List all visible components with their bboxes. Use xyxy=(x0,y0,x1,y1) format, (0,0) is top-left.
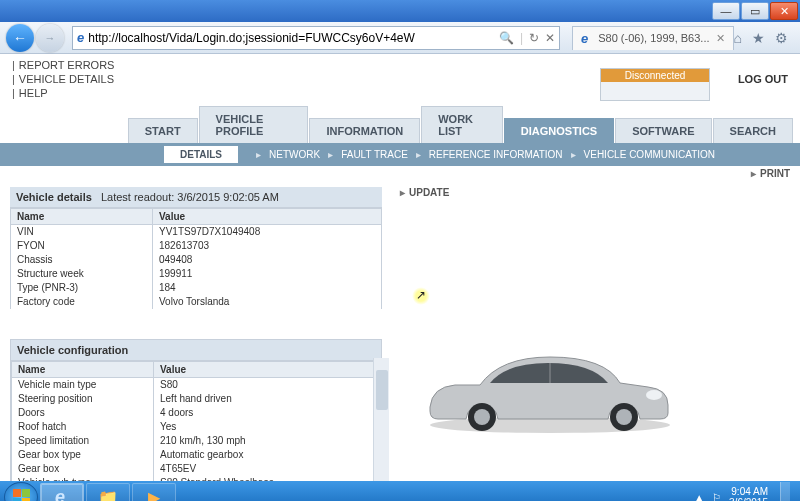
latest-readout: Latest readout: 3/6/2015 9:02:05 AM xyxy=(101,191,279,203)
tab-start[interactable]: START xyxy=(128,118,198,143)
cell-value: 182613703 xyxy=(153,239,382,253)
table-row: Chassis049408 xyxy=(11,253,382,267)
taskbar-media-icon[interactable]: ▶ xyxy=(132,483,176,501)
table-row: Gear box4T65EV xyxy=(12,462,381,476)
browser-toolbar: ← → e 🔍 | ↻ ✕ e S80 (-06), 1999, B63... … xyxy=(0,22,800,54)
subtab-details[interactable]: DETAILS xyxy=(164,146,238,163)
browser-tab[interactable]: e S80 (-06), 1999, B63... ✕ xyxy=(572,26,734,50)
table-row: Gear box typeAutomatic gearbox xyxy=(12,448,381,462)
connection-status-box: Disconnected xyxy=(600,68,710,101)
col-name: Name xyxy=(11,209,153,225)
cell-value: S80 xyxy=(154,378,381,393)
cell-name: Factory code xyxy=(11,295,153,309)
ie-icon: e xyxy=(77,30,84,45)
col-value: Value xyxy=(154,362,381,378)
table-row: Speed limitation210 km/h, 130 mph xyxy=(12,434,381,448)
window-titlebar: — ▭ ✕ xyxy=(0,0,800,22)
tab-software[interactable]: SOFTWARE xyxy=(615,118,711,143)
table-row: Roof hatchYes xyxy=(12,420,381,434)
favorites-icon[interactable]: ★ xyxy=(752,30,765,46)
page-content: |REPORT ERRORS |VEHICLE DETAILS |HELP 1,… xyxy=(0,54,800,481)
tab-information[interactable]: INFORMATION xyxy=(309,118,420,143)
subtab-vehicle-comm[interactable]: VEHICLE COMMUNICATION xyxy=(582,149,718,160)
cell-value: Automatic gearbox xyxy=(154,448,381,462)
taskbar-explorer-icon[interactable]: 📁 xyxy=(86,483,130,501)
cell-name: Type (PNR-3) xyxy=(11,281,153,295)
svg-point-3 xyxy=(474,409,490,425)
cell-value: 210 km/h, 130 mph xyxy=(154,434,381,448)
table-row: FYON182613703 xyxy=(11,239,382,253)
refresh-button[interactable]: ↻ xyxy=(529,31,539,45)
vehicle-details-header: Vehicle details Latest readout: 3/6/2015… xyxy=(10,187,382,208)
stop-button[interactable]: ✕ xyxy=(545,31,555,45)
subtab-reference[interactable]: REFERENCE INFORMATION xyxy=(427,149,565,160)
table-row: Doors4 doors xyxy=(12,406,381,420)
cell-value: Volvo Torslanda xyxy=(153,295,382,309)
cell-name: Gear box xyxy=(12,462,154,476)
home-icon[interactable]: ⌂ xyxy=(734,30,742,46)
sub-tabstrip: DETAILS ▸NETWORK ▸FAULT TRACE ▸REFERENCE… xyxy=(0,143,800,166)
report-errors-link[interactable]: |REPORT ERRORS xyxy=(12,58,114,72)
main-tabstrip: START VEHICLE PROFILE INFORMATION WORK L… xyxy=(0,106,800,143)
close-tab-icon[interactable]: ✕ xyxy=(716,32,725,45)
tab-title: S80 (-06), 1999, B63... xyxy=(598,32,709,44)
table-row: Steering positionLeft hand driven xyxy=(12,392,381,406)
disconnected-label: Disconnected xyxy=(601,69,709,82)
forward-button[interactable]: → xyxy=(36,24,64,52)
svg-point-6 xyxy=(646,390,662,400)
minimize-button[interactable]: — xyxy=(712,2,740,20)
cell-value: Left hand driven xyxy=(154,392,381,406)
svg-point-5 xyxy=(616,409,632,425)
taskbar-ie-icon[interactable]: e xyxy=(40,483,84,501)
table-row: VINYV1TS97D7X1049408 xyxy=(11,225,382,240)
cell-name: Chassis xyxy=(11,253,153,267)
tab-search[interactable]: SEARCH xyxy=(713,118,793,143)
update-link[interactable]: ▸UPDATE xyxy=(400,187,790,198)
maximize-button[interactable]: ▭ xyxy=(741,2,769,20)
cell-name: Vehicle main type xyxy=(12,378,154,393)
vehicle-config-header: Vehicle configuration xyxy=(11,340,381,361)
cell-value: 4 doors xyxy=(154,406,381,420)
table-row: Vehicle main typeS80 xyxy=(12,378,381,393)
cell-name: Speed limitation xyxy=(12,434,154,448)
tools-icon[interactable]: ⚙ xyxy=(775,30,788,46)
show-desktop-button[interactable] xyxy=(780,482,790,501)
back-button[interactable]: ← xyxy=(6,24,34,52)
table-row: Factory codeVolvo Torslanda xyxy=(11,295,382,309)
search-icon[interactable]: 🔍 xyxy=(499,31,514,45)
taskbar: e 📁 ▶ ▲ ⚐ 9:04 AM 3/6/2015 xyxy=(0,481,800,501)
table-row: Structure week199911 xyxy=(11,267,382,281)
address-bar[interactable]: e 🔍 | ↻ ✕ xyxy=(72,26,560,50)
url-input[interactable] xyxy=(88,31,499,45)
cell-value: 4T65EV xyxy=(154,462,381,476)
print-link[interactable]: PRINT xyxy=(760,168,790,179)
tab-vehicle-profile[interactable]: VEHICLE PROFILE xyxy=(199,106,309,143)
subtab-fault-trace[interactable]: FAULT TRACE xyxy=(339,149,410,160)
tray-expand-icon[interactable]: ▲ xyxy=(694,492,704,502)
cell-name: Doors xyxy=(12,406,154,420)
tab-diagnostics[interactable]: DIAGNOSTICS xyxy=(504,118,614,143)
tab-work-list[interactable]: WORK LIST xyxy=(421,106,503,143)
cell-name: Gear box type xyxy=(12,448,154,462)
start-button[interactable] xyxy=(4,482,38,501)
vehicle-image xyxy=(410,337,680,437)
vehicle-details-link[interactable]: |VEHICLE DETAILS xyxy=(12,72,114,86)
chevron-right-icon: ▸ xyxy=(751,168,756,179)
cell-value: 184 xyxy=(153,281,382,295)
taskbar-clock[interactable]: 9:04 AM 3/6/2015 xyxy=(729,486,768,501)
logout-link[interactable]: LOG OUT xyxy=(738,73,788,85)
vehicle-config-table: NameValue Vehicle main typeS80Steering p… xyxy=(11,361,381,481)
cell-value: S80 Standard Wheelbase xyxy=(154,476,381,481)
table-row: Type (PNR-3)184 xyxy=(11,281,382,295)
col-name: Name xyxy=(12,362,154,378)
cell-value: YV1TS97D7X1049408 xyxy=(153,225,382,240)
help-link[interactable]: |HELP xyxy=(12,86,114,100)
cell-value: 049408 xyxy=(153,253,382,267)
col-value: Value xyxy=(153,209,382,225)
cell-name: VIN xyxy=(11,225,153,240)
table-row: Vehicle sub typeS80 Standard Wheelbase xyxy=(12,476,381,481)
tray-flag-icon[interactable]: ⚐ xyxy=(712,492,721,502)
subtab-network[interactable]: NETWORK xyxy=(267,149,322,160)
cell-name: Structure week xyxy=(11,267,153,281)
close-button[interactable]: ✕ xyxy=(770,2,798,20)
